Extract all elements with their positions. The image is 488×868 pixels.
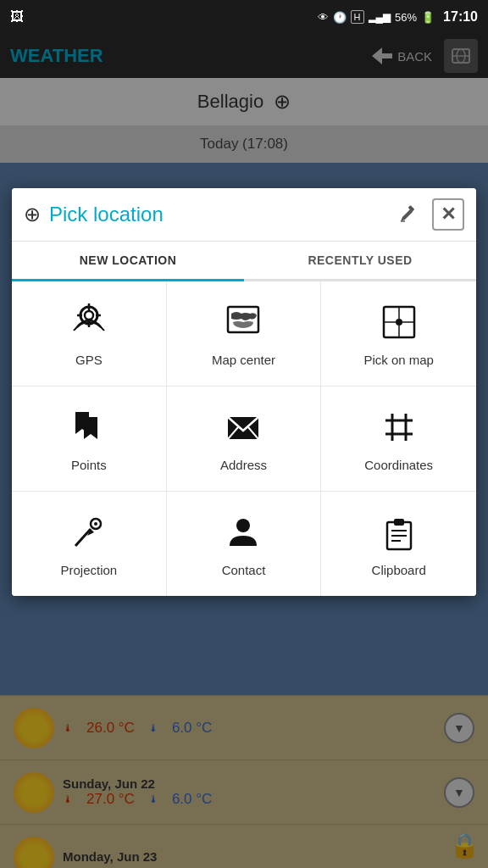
grid-item-clipboard[interactable]: Clipboard xyxy=(321,492,476,596)
pencil-icon xyxy=(398,205,417,224)
coordinates-icon xyxy=(377,405,421,449)
status-bar: 🖼 👁 🕐 H ▂▄▆ 56% 🔋 17:10 xyxy=(0,0,488,34)
close-button[interactable]: ✕ xyxy=(432,198,464,231)
status-icons: 👁 🕐 H ▂▄▆ 56% 🔋 xyxy=(318,10,435,24)
points-icon xyxy=(67,405,111,449)
pick-location-dialog: ⊕ Pick location ✕ NEW LOCATION RECENTLY … xyxy=(12,188,476,596)
grid-item-pick-on-map[interactable]: Pick on map xyxy=(321,281,476,387)
svg-point-16 xyxy=(396,319,402,326)
map-center-icon xyxy=(221,300,265,344)
svg-line-30 xyxy=(75,529,91,546)
signal-indicator: H xyxy=(351,10,364,24)
edit-icon[interactable] xyxy=(391,202,424,227)
grid-item-contact[interactable]: Contact xyxy=(167,492,322,596)
clipboard-label: Clipboard xyxy=(372,563,426,577)
svg-marker-6 xyxy=(401,209,413,221)
grid-item-gps[interactable]: GPS xyxy=(12,281,167,387)
svg-rect-34 xyxy=(394,519,404,526)
grid-item-projection[interactable]: Projection xyxy=(12,492,167,596)
tab-new-location[interactable]: NEW LOCATION xyxy=(12,242,244,281)
grid-item-address[interactable]: Address xyxy=(167,387,322,492)
pick-on-map-label: Pick on map xyxy=(363,353,434,367)
signal-bars: ▂▄▆ xyxy=(369,11,391,23)
map-center-label: Map center xyxy=(212,353,275,367)
status-time: 17:10 xyxy=(443,9,478,25)
points-label: Points xyxy=(71,458,107,472)
contact-label: Contact xyxy=(222,563,266,577)
svg-point-9 xyxy=(85,311,93,320)
battery-percent: 56% xyxy=(395,11,417,24)
grid-item-map-center[interactable]: Map center xyxy=(167,281,322,387)
coordinates-label: Coordinates xyxy=(364,458,433,472)
status-bar-left: 🖼 xyxy=(10,9,24,25)
projection-icon xyxy=(67,510,111,554)
tab-recently-used[interactable]: RECENTLY USED xyxy=(244,242,476,279)
gps-label: GPS xyxy=(75,353,103,367)
projection-label: Projection xyxy=(60,563,117,577)
address-label: Address xyxy=(220,458,267,472)
svg-point-32 xyxy=(236,519,250,532)
dialog-crosshair-icon: ⊕ xyxy=(24,203,41,226)
dialog-header: ⊕ Pick location ✕ xyxy=(12,188,476,242)
svg-point-29 xyxy=(94,522,97,526)
address-icon xyxy=(221,405,265,449)
tabs: NEW LOCATION RECENTLY USED xyxy=(12,242,476,281)
grid-item-points[interactable]: Points xyxy=(12,387,167,492)
pick-on-map-icon xyxy=(377,300,421,344)
contact-icon xyxy=(221,510,265,554)
location-grid: GPS Map center xyxy=(12,281,476,596)
clipboard-icon xyxy=(377,510,421,554)
dialog-title: Pick location xyxy=(49,203,383,226)
gps-icon xyxy=(67,300,111,344)
grid-item-coordinates[interactable]: Coordinates xyxy=(321,387,476,492)
